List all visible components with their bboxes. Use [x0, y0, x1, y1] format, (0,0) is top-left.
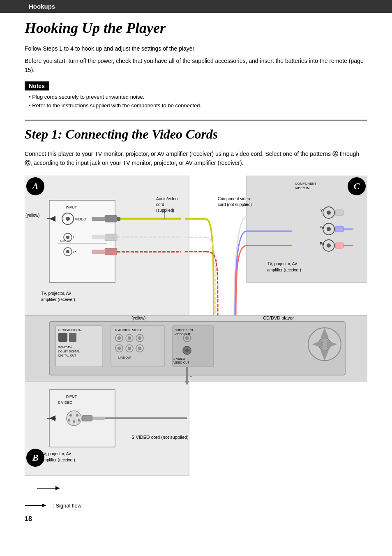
svg-text:↓: ↓: [189, 371, 193, 379]
svg-text:TV, projector, AV: TV, projector, AV: [41, 291, 71, 296]
svg-text:INPUT: INPUT: [66, 394, 77, 398]
svg-point-113: [76, 414, 78, 417]
svg-rect-34: [92, 250, 105, 254]
main-diagram: A C B INPUT VIDEO AUDIO L: [25, 176, 367, 496]
svg-point-115: [73, 420, 75, 423]
svg-point-58: [327, 227, 331, 231]
svg-text:Y: Y: [321, 208, 323, 213]
notes-box: Notes Plug cords securely to prevent unw…: [25, 81, 367, 110]
section-header: Hookups: [29, 3, 55, 10]
svg-rect-30: [92, 217, 105, 221]
svg-rect-31: [105, 234, 117, 241]
svg-text:cord (not supplied): cord (not supplied): [218, 202, 252, 207]
svg-rect-65: [335, 243, 344, 248]
svg-rect-55: [335, 210, 344, 215]
svg-point-53: [327, 211, 331, 215]
intro-text-1: Follow Steps 1 to 4 to hook up and adjus…: [25, 44, 367, 53]
svg-text:VIDEO: VIDEO: [75, 217, 86, 221]
svg-text:cord: cord: [156, 202, 164, 207]
svg-text:COMPONENT: COMPONENT: [175, 329, 194, 331]
svg-text:B: B: [32, 452, 39, 463]
svg-point-63: [327, 243, 331, 248]
svg-text:TV, projector, AV: TV, projector, AV: [41, 452, 71, 456]
svg-text:LINE OUT: LINE OUT: [118, 356, 132, 359]
svg-text:INPUT: INPUT: [66, 205, 77, 209]
diagram-svg: A C B INPUT VIDEO AUDIO L: [25, 176, 367, 496]
svg-text:VIDEO OUT: VIDEO OUT: [173, 361, 189, 364]
svg-text:S VIDEO cord (not supplied): S VIDEO cord (not supplied): [131, 435, 189, 440]
svg-point-116: [78, 419, 80, 422]
svg-point-111: [67, 411, 81, 426]
svg-text:CD/DVD player: CD/DVD player: [263, 315, 294, 320]
svg-point-88: [128, 347, 131, 350]
step1-intro: Connect this player to your TV monitor, …: [25, 149, 367, 168]
svg-text:DIGITAL OUT: DIGITAL OUT: [58, 354, 76, 357]
svg-text:TV, projector, AV: TV, projector, AV: [267, 262, 297, 266]
svg-text:(supplied): (supplied): [156, 208, 174, 213]
note-item-2: Refer to the instructions supplied with …: [29, 102, 367, 110]
svg-text:VIDEO IN: VIDEO IN: [295, 186, 309, 190]
svg-text:amplifier (receiver): amplifier (receiver): [41, 297, 75, 302]
svg-text:Component video: Component video: [218, 197, 250, 201]
page-title: Hooking Up the Player: [25, 20, 367, 37]
svg-text:L: L: [73, 235, 75, 239]
svg-text:(yellow): (yellow): [25, 213, 39, 218]
signal-flow-label: : Signal flow: [53, 503, 81, 509]
svg-point-84: [138, 336, 141, 340]
svg-rect-33: [105, 248, 117, 255]
svg-text:amplifier (receiver): amplifier (receiver): [41, 458, 75, 462]
signal-flow: : Signal flow: [25, 502, 367, 509]
svg-text:S VIDEO: S VIDEO: [173, 357, 185, 360]
svg-point-96: [185, 349, 189, 352]
svg-point-82: [128, 336, 131, 340]
svg-text:DOLBY DIGITAL: DOLBY DIGITAL: [58, 350, 80, 353]
svg-point-114: [68, 419, 70, 422]
svg-rect-29: [117, 217, 120, 221]
svg-text:VIDEO OUT: VIDEO OUT: [175, 333, 191, 336]
svg-text:C: C: [354, 181, 360, 191]
section-divider: [25, 120, 367, 120]
svg-point-86: [118, 347, 121, 350]
svg-point-112: [69, 414, 72, 417]
svg-point-23: [66, 250, 69, 253]
intro-text-2: Before you start, turn off the power, ch…: [25, 56, 367, 75]
svg-text:Audio/video: Audio/video: [156, 197, 178, 201]
svg-text:COMPONENT: COMPONENT: [295, 182, 316, 185]
svg-text:OPTICAL DIGITAL: OPTICAL DIGITAL: [58, 329, 82, 331]
svg-rect-120: [92, 417, 105, 420]
svg-rect-92: [173, 326, 214, 367]
svg-point-18: [66, 236, 69, 239]
svg-rect-119: [82, 415, 92, 421]
svg-rect-10: [49, 200, 115, 283]
notes-list: Plug cords securely to prevent unwanted …: [25, 93, 367, 110]
svg-text:R  AUDIO  L  VIDEO: R AUDIO L VIDEO: [115, 328, 142, 332]
svg-text:R: R: [73, 250, 76, 254]
svg-point-90: [138, 347, 141, 350]
svg-rect-73: [69, 333, 76, 342]
svg-text:A: A: [32, 181, 39, 191]
notes-label: Notes: [25, 81, 49, 90]
page-number: 18: [25, 515, 367, 523]
svg-point-13: [66, 217, 70, 221]
svg-rect-72: [58, 333, 67, 342]
svg-text:amplifier (receiver): amplifier (receiver): [267, 268, 301, 272]
note-item-1: Plug cords securely to prevent unwanted …: [29, 93, 367, 102]
svg-rect-28: [105, 215, 117, 222]
svg-text:S VIDEO: S VIDEO: [58, 401, 73, 405]
svg-text:PCM/DTV/: PCM/DTV/: [58, 346, 72, 349]
svg-rect-60: [335, 226, 344, 232]
svg-text:(yellow): (yellow): [131, 316, 145, 320]
svg-text:AUDIO: AUDIO: [60, 239, 70, 243]
svg-rect-32: [92, 235, 105, 239]
svg-point-80: [118, 336, 121, 340]
svg-rect-77: [111, 326, 164, 367]
svg-point-94: [185, 336, 189, 340]
step1-title: Step 1: Connecting the Video Cords: [25, 127, 367, 141]
svg-marker-129: [42, 504, 46, 507]
